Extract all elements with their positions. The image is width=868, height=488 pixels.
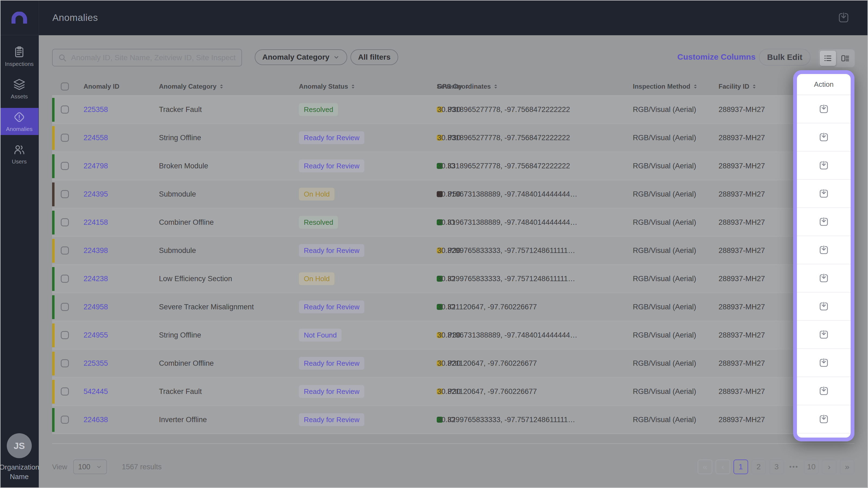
anomaly-id-link[interactable]: 542445 — [84, 387, 108, 396]
sidebar-item-inspections[interactable]: Inspections — [0, 43, 38, 70]
page-button-10[interactable]: 10 — [804, 459, 818, 474]
sidebar-item-label: Anomalies — [6, 126, 33, 132]
column-header-anomaly-category[interactable]: Anomaly Category — [159, 77, 224, 95]
export-button[interactable] — [835, 9, 852, 26]
anomaly-id-link[interactable]: 224638 — [84, 416, 108, 424]
column-header-anomaly-status[interactable]: Anomaly Status — [299, 77, 355, 95]
row-download-button[interactable] — [797, 264, 850, 293]
anomaly-status-badge: Ready for Review — [299, 385, 364, 398]
column-header-label: GPS Coordinates — [437, 83, 491, 90]
column-header-label: Anomaly Status — [299, 83, 348, 90]
row-checkbox[interactable] — [61, 218, 69, 226]
row-checkbox[interactable] — [61, 162, 69, 170]
sidebar-item-users[interactable]: Users — [0, 140, 38, 167]
avatar[interactable]: JS — [7, 433, 32, 458]
anomaly-status-badge: Not Found — [299, 329, 341, 341]
gps-coordinates-cell: 30.3299765833333, -97.7571248611111… — [437, 247, 575, 255]
row-download-button[interactable] — [797, 123, 850, 152]
anomaly-id-link[interactable]: 224955 — [84, 331, 108, 339]
list-view-toggle[interactable] — [820, 51, 836, 66]
anomaly-id-link[interactable]: 225355 — [84, 359, 108, 368]
row-checkbox[interactable] — [61, 303, 69, 311]
row-download-button[interactable] — [797, 405, 850, 433]
select-all-checkbox[interactable] — [61, 83, 69, 91]
column-header-facility-id[interactable]: Facility ID — [718, 77, 756, 95]
row-download-button[interactable] — [797, 321, 850, 349]
row-download-button[interactable] — [797, 208, 850, 236]
anomaly-id-link[interactable]: 224958 — [84, 303, 108, 311]
table-row: 224398SubmoduleReady for ReviewP3030.329… — [52, 236, 855, 264]
last-page-button[interactable]: » — [840, 459, 855, 474]
page-button-1[interactable]: 1 — [734, 459, 748, 474]
all-filters-button[interactable]: All filters — [350, 50, 398, 65]
column-header-inspection-method[interactable]: Inspection Method — [633, 77, 698, 95]
next-page-button[interactable]: › — [822, 459, 837, 474]
customize-columns-link[interactable]: Customize Columns — [677, 52, 755, 62]
row-severity-accent-bar — [52, 239, 55, 263]
anomaly-id-link[interactable]: 224395 — [84, 190, 108, 198]
row-download-button[interactable] — [797, 152, 850, 180]
facility-id-cell: 288937-MH27 — [718, 303, 765, 311]
anomaly-id-link[interactable]: 224158 — [84, 218, 108, 227]
clipboard-icon — [13, 46, 26, 58]
anomaly-id-link[interactable]: 224398 — [84, 247, 108, 255]
anomaly-category-cell: Combiner Offline — [159, 218, 214, 227]
sidebar-item-assets[interactable]: Assets — [0, 75, 38, 102]
sort-icon — [693, 84, 698, 90]
row-download-button[interactable] — [797, 349, 850, 377]
anomaly-id-link[interactable]: 224558 — [84, 134, 108, 142]
anomaly-status-badge: Ready for Review — [299, 131, 364, 144]
anomaly-category-cell: Combiner Offline — [159, 359, 214, 368]
row-download-button[interactable] — [797, 293, 850, 321]
inspection-method-cell: RGB/Visual (Aerial) — [633, 274, 696, 283]
inspection-method-cell: RGB/Visual (Aerial) — [633, 416, 696, 424]
row-checkbox[interactable] — [61, 105, 69, 113]
anomaly-category-cell: String Offline — [159, 331, 201, 339]
anomaly-id-link[interactable]: 225358 — [84, 105, 108, 114]
facility-id-cell: 288937-MH27 — [718, 162, 765, 170]
table-row: 542445Tracker FaultReady for ReviewP3030… — [52, 377, 855, 405]
gps-coordinates-cell: 30.321120647, -97.760226677 — [437, 387, 537, 396]
download-icon — [819, 189, 829, 198]
row-checkbox[interactable] — [61, 359, 69, 367]
bulk-edit-button[interactable]: Bulk Edit — [759, 49, 810, 66]
prev-page-button: ‹ — [716, 459, 730, 474]
row-checkbox[interactable] — [61, 387, 69, 395]
gps-coordinates-cell: 30.321120647, -97.760226677 — [437, 359, 537, 368]
main-content: Anomaly Category All filters Customize C… — [39, 35, 868, 488]
sidebar-item-anomalies[interactable]: Anomalies — [0, 108, 38, 135]
anomaly-category-filter[interactable]: Anomaly Category — [255, 50, 347, 65]
row-download-button[interactable] — [797, 236, 850, 264]
row-checkbox[interactable] — [61, 247, 69, 255]
facility-id-cell: 288937-MH27 — [718, 387, 765, 396]
gps-coordinates-cell: 30.3318965277778, -97.7568472222222 — [437, 162, 570, 170]
row-severity-accent-bar — [52, 183, 55, 206]
page-title: Anomalies — [52, 0, 98, 35]
anomaly-id-link[interactable]: 224798 — [84, 162, 108, 170]
results-count: 1567 results — [122, 463, 162, 471]
download-icon — [819, 217, 829, 227]
download-icon — [819, 386, 829, 396]
anomaly-id-link[interactable]: 224238 — [84, 274, 108, 283]
row-checkbox[interactable] — [61, 416, 69, 424]
page-size-select[interactable]: 100 — [73, 459, 107, 474]
arch-logo-icon — [10, 12, 28, 24]
row-download-button[interactable] — [797, 377, 850, 405]
column-header-gps-coordinates[interactable]: GPS Coordinates — [437, 77, 498, 95]
org-name-label: Organization Name — [0, 462, 39, 482]
row-checkbox[interactable] — [61, 274, 69, 283]
app-logo[interactable] — [0, 0, 38, 35]
row-checkbox[interactable] — [61, 134, 69, 142]
page-button-2[interactable]: 2 — [751, 459, 766, 474]
row-severity-accent-bar — [52, 323, 55, 347]
search-input[interactable] — [71, 54, 236, 62]
page-button-3[interactable]: 3 — [769, 459, 784, 474]
row-download-button[interactable] — [797, 95, 850, 123]
split-view-toggle[interactable] — [837, 51, 854, 66]
inspection-method-cell: RGB/Visual (Aerial) — [633, 162, 696, 170]
row-checkbox[interactable] — [61, 190, 69, 198]
row-checkbox[interactable] — [61, 331, 69, 339]
anomaly-status-badge: On Hold — [299, 272, 335, 285]
row-download-button[interactable] — [797, 180, 850, 208]
search-icon — [58, 54, 67, 62]
